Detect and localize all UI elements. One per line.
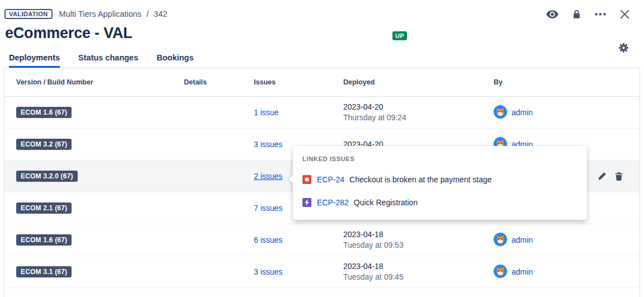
watch-icon[interactable] — [546, 10, 558, 18]
deployed-date: 2023-04-18 — [343, 229, 494, 240]
breadcrumb-project[interactable]: Multi Tiers Applications — [59, 10, 141, 18]
issues-link[interactable]: 3 issues — [254, 267, 282, 276]
issue-summary: Quick Registration — [354, 198, 418, 207]
deployed-time: Tuesday at 09:53 — [343, 240, 494, 251]
col-deployed: Deployed — [343, 78, 494, 86]
table-row: ECOM 1.6 (67) 1 issue 2023-04-20Thursday… — [4, 97, 640, 129]
breadcrumb-separator: / — [146, 10, 149, 18]
issues-link[interactable]: 2 issues — [254, 172, 282, 181]
version-badge: ECOM 2.1 (67) — [16, 202, 72, 214]
user-avatar — [494, 105, 507, 120]
version-badge: ECOM 3.2 (67) — [16, 139, 72, 150]
breadcrumb: VALIDATION Multi Tiers Applications / 34… — [0, 0, 644, 19]
version-badge: ECOM 3.2.0 (67) — [16, 171, 78, 182]
issue-key-link[interactable]: ECP-24 — [317, 175, 344, 184]
tab-bookings[interactable]: Bookings — [157, 53, 193, 68]
lock-icon[interactable] — [572, 10, 581, 19]
deployed-by-link[interactable]: admin — [512, 108, 533, 117]
linked-issues-popup: LINKED ISSUES ECP-24 Checkout is broken … — [293, 146, 587, 220]
table-row: ECOM 3.1 (67) 3 issues 2023-04-18Tuesday… — [4, 256, 640, 288]
linked-issue-row: ECP-24 Checkout is broken at the payment… — [302, 174, 576, 185]
col-version: Version / Build Number — [16, 78, 184, 86]
issue-summary: Checkout is broken at the payment stage — [349, 175, 491, 184]
deployed-time: Thursday at 09:24 — [343, 112, 494, 123]
settings-gear-icon[interactable] — [619, 43, 628, 55]
status-badge: UP — [392, 31, 407, 40]
more-icon[interactable] — [595, 13, 606, 16]
deployed-date: 2023-04-18 — [343, 261, 494, 272]
delete-trash-icon[interactable] — [615, 172, 623, 181]
user-avatar — [494, 233, 507, 248]
edit-pencil-icon[interactable] — [598, 172, 606, 181]
issues-link[interactable]: 7 issues — [254, 204, 282, 213]
version-badge: ECOM 1.6 (67) — [16, 234, 72, 246]
tab-bar: Deployments Status changes Bookings — [0, 42, 644, 68]
col-issues: Issues — [254, 78, 343, 86]
deployed-by-link[interactable]: admin — [512, 267, 533, 276]
col-details: Details — [184, 78, 254, 86]
deployed-by-link[interactable]: admin — [512, 235, 533, 244]
environment-badge: VALIDATION — [4, 9, 53, 19]
table-header: Version / Build Number Details Issues De… — [4, 68, 640, 97]
issues-link[interactable]: 3 issues — [254, 140, 282, 149]
issues-link[interactable]: 1 issue — [254, 108, 278, 117]
issues-link[interactable]: 6 issues — [254, 235, 282, 244]
tab-status-changes[interactable]: Status changes — [78, 53, 138, 68]
user-avatar — [494, 265, 507, 280]
popup-title: LINKED ISSUES — [302, 155, 576, 162]
linked-issue-row: ECP-282 Quick Registration — [302, 197, 576, 208]
bug-icon — [302, 175, 311, 184]
version-badge: ECOM 3.1 (67) — [16, 266, 72, 277]
col-by: By — [494, 78, 640, 86]
table-row: ECOM 1.6 (67) 6 issues 2023-04-18Tuesday… — [4, 224, 640, 256]
issue-key-link[interactable]: ECP-282 — [317, 198, 349, 207]
deployed-date: 2023-04-20 — [343, 102, 494, 112]
breadcrumb-item: 342 — [154, 10, 167, 18]
tab-deployments[interactable]: Deployments — [9, 53, 60, 68]
epic-icon — [302, 198, 311, 207]
version-badge: ECOM 1.6 (67) — [16, 107, 72, 118]
deployed-time: Tuesday at 09:45 — [343, 272, 494, 282]
page-title: eCommerce - VAL — [5, 25, 132, 41]
close-icon[interactable] — [620, 10, 629, 19]
